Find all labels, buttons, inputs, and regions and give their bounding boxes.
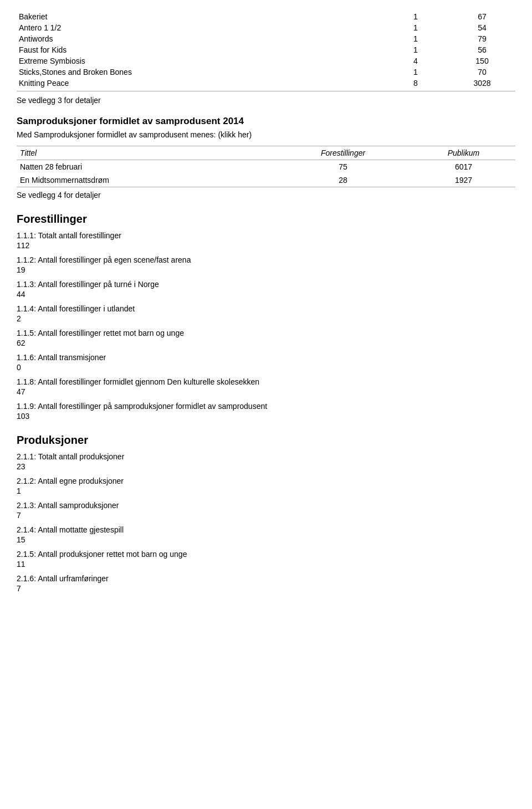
stat-item: 1.1.2: Antall forestillinger på egen sce…	[17, 255, 515, 274]
stat-item: 1.1.1: Totalt antall forestillinger 112	[17, 231, 515, 250]
production-publikum: 1927	[412, 173, 515, 187]
stat-label: 2.1.1: Totalt antall produksjoner	[17, 452, 515, 461]
stat-label: 1.1.3: Antall forestillinger på turné i …	[17, 280, 515, 289]
production-forestillinger: 1	[382, 33, 449, 44]
production-publikum: 70	[449, 66, 515, 78]
table-row: Sticks,Stones and Broken Bones 1 70	[17, 66, 515, 78]
stat-item: 2.1.6: Antall urframføringer 7	[17, 574, 515, 593]
production-title: Sticks,Stones and Broken Bones	[17, 66, 382, 78]
forestillinger-header: Forestillinger	[17, 213, 515, 226]
production-forestillinger: 1	[382, 66, 449, 78]
stat-item: 2.1.4: Antall mottatte gjestespill 15	[17, 525, 515, 544]
production-publikum: 6017	[412, 160, 515, 174]
stat-value: 23	[17, 462, 515, 471]
stat-label: 2.1.5: Antall produksjoner rettet mot ba…	[17, 550, 515, 559]
column-header: Publikum	[412, 146, 515, 160]
stat-value: 19	[17, 265, 515, 274]
table-row: Knitting Peace 8 3028	[17, 78, 515, 91]
stat-value: 7	[17, 511, 515, 520]
stat-item: 2.1.1: Totalt antall produksjoner 23	[17, 452, 515, 471]
stat-label: 1.1.5: Antall forestillinger rettet mot …	[17, 329, 515, 337]
production-title: Antiwords	[17, 33, 382, 44]
production-forestillinger: 8	[382, 78, 449, 91]
stat-label: 1.1.8: Antall forestillinger formidlet g…	[17, 377, 515, 386]
stat-value: 44	[17, 290, 515, 299]
production-publikum: 56	[449, 44, 515, 55]
production-title: En Midtsommernattsdrøm	[17, 173, 274, 187]
production-title: Bakeriet	[17, 11, 382, 22]
table-row: Natten 28 februari 75 6017	[17, 160, 515, 174]
table-row: Antiwords 1 79	[17, 33, 515, 44]
stat-item: 1.1.5: Antall forestillinger rettet mot …	[17, 329, 515, 347]
production-title: Knitting Peace	[17, 78, 382, 91]
production-publikum: 79	[449, 33, 515, 44]
top-productions-table: Bakeriet 1 67 Antero 1 1/2 1 54 Antiword…	[17, 11, 515, 91]
table-row: Bakeriet 1 67	[17, 11, 515, 22]
stat-label: 2.1.3: Antall samproduksjoner	[17, 501, 515, 510]
stat-value: 2	[17, 314, 515, 323]
stat-value: 47	[17, 387, 515, 396]
vedlegg4-link[interactable]: Se vedlegg 4 for detaljer	[17, 191, 515, 199]
stat-item: 2.1.5: Antall produksjoner rettet mot ba…	[17, 550, 515, 569]
samproduksjoner-table: TittelForestillingerPublikum Natten 28 f…	[17, 146, 515, 187]
table-row: Faust for Kids 1 56	[17, 44, 515, 55]
stat-label: 1.1.4: Antall forestillinger i utlandet	[17, 304, 515, 313]
production-forestillinger: 28	[274, 173, 412, 187]
vedlegg3-link[interactable]: Se vedlegg 3 for detaljer	[17, 96, 515, 105]
table-row: Antero 1 1/2 1 54	[17, 22, 515, 33]
production-publikum: 3028	[449, 78, 515, 91]
production-title: Antero 1 1/2	[17, 22, 382, 33]
stat-item: 1.1.8: Antall forestillinger formidlet g…	[17, 377, 515, 396]
production-title: Natten 28 februari	[17, 160, 274, 174]
stat-label: 1.1.1: Totalt antall forestillinger	[17, 231, 515, 240]
production-title: Faust for Kids	[17, 44, 382, 55]
stat-value: 7	[17, 584, 515, 593]
production-forestillinger: 1	[382, 11, 449, 22]
stat-item: 2.1.2: Antall egne produksjoner 1	[17, 477, 515, 495]
stat-label: 2.1.4: Antall mottatte gjestespill	[17, 525, 515, 534]
production-forestillinger: 4	[382, 55, 449, 66]
stat-label: 1.1.9: Antall forestillinger på samprodu…	[17, 402, 515, 411]
stat-label: 1.1.6: Antall transmisjoner	[17, 353, 515, 362]
production-forestillinger: 1	[382, 44, 449, 55]
production-forestillinger: 75	[274, 160, 412, 174]
stat-item: 1.1.4: Antall forestillinger i utlandet …	[17, 304, 515, 323]
stat-item: 1.1.9: Antall forestillinger på samprodu…	[17, 402, 515, 421]
table-row: En Midtsommernattsdrøm 28 1927	[17, 173, 515, 187]
stat-item: 1.1.6: Antall transmisjoner 0	[17, 353, 515, 372]
section2-subtext[interactable]: Med Samproduksjoner formidlet av samprod…	[17, 130, 515, 139]
stat-value: 1	[17, 487, 515, 495]
stat-label: 2.1.6: Antall urframføringer	[17, 574, 515, 583]
stat-label: 1.1.2: Antall forestillinger på egen sce…	[17, 255, 515, 264]
stat-value: 112	[17, 241, 515, 250]
column-header: Forestillinger	[274, 146, 412, 160]
production-title: Extreme Symbiosis	[17, 55, 382, 66]
production-forestillinger: 1	[382, 22, 449, 33]
production-publikum: 150	[449, 55, 515, 66]
table-row: Extreme Symbiosis 4 150	[17, 55, 515, 66]
produksjoner-header: Produksjoner	[17, 434, 515, 447]
stat-value: 103	[17, 412, 515, 421]
production-publikum: 54	[449, 22, 515, 33]
stat-item: 2.1.3: Antall samproduksjoner 7	[17, 501, 515, 520]
stat-value: 0	[17, 363, 515, 372]
stat-value: 62	[17, 339, 515, 347]
stat-label: 2.1.2: Antall egne produksjoner	[17, 477, 515, 485]
section2-header: Samproduksjoner formidlet av samprodusen…	[17, 116, 515, 127]
stat-value: 15	[17, 535, 515, 544]
production-publikum: 67	[449, 11, 515, 22]
stat-item: 1.1.3: Antall forestillinger på turné i …	[17, 280, 515, 299]
stat-value: 11	[17, 560, 515, 569]
column-header: Tittel	[17, 146, 274, 160]
